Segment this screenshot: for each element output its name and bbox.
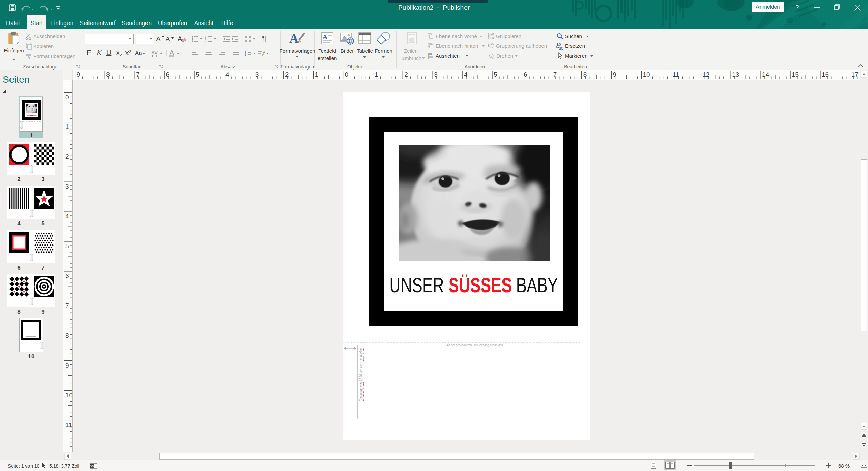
svg-text:6: 6 bbox=[166, 71, 170, 78]
svg-text:9: 9 bbox=[65, 362, 69, 369]
svg-text:2: 2 bbox=[285, 71, 289, 78]
svg-text:9: 9 bbox=[613, 71, 617, 78]
svg-text:AV: AV bbox=[151, 50, 158, 55]
svg-text:6: 6 bbox=[65, 272, 69, 279]
svg-text:1: 1 bbox=[374, 71, 378, 78]
svg-text:2: 2 bbox=[65, 153, 69, 160]
svg-text:9: 9 bbox=[76, 71, 80, 78]
svg-text:3: 3 bbox=[65, 183, 69, 190]
svg-text:5: 5 bbox=[494, 71, 497, 78]
svg-text:A: A bbox=[178, 35, 182, 42]
svg-text:5: 5 bbox=[65, 242, 69, 250]
svg-text:5: 5 bbox=[196, 71, 199, 78]
svg-text:8: 8 bbox=[583, 71, 587, 78]
svg-text:3: 3 bbox=[255, 71, 259, 78]
svg-text:11: 11 bbox=[672, 71, 679, 78]
svg-text:10: 10 bbox=[65, 392, 73, 399]
svg-text:0: 0 bbox=[345, 71, 349, 78]
svg-text:7: 7 bbox=[65, 302, 69, 309]
svg-text:7: 7 bbox=[553, 71, 557, 78]
svg-text:3: 3 bbox=[205, 40, 206, 42]
svg-text:4: 4 bbox=[464, 71, 468, 78]
svg-text:3: 3 bbox=[434, 71, 438, 78]
svg-text:4: 4 bbox=[65, 213, 69, 220]
svg-text:11: 11 bbox=[65, 421, 72, 428]
svg-text:1: 1 bbox=[315, 71, 319, 78]
svg-text:A: A bbox=[323, 34, 327, 40]
svg-text:A: A bbox=[289, 32, 299, 45]
svg-text:6: 6 bbox=[524, 71, 527, 78]
svg-text:7: 7 bbox=[136, 71, 140, 78]
svg-text:1: 1 bbox=[65, 123, 69, 130]
svg-text:2: 2 bbox=[404, 71, 408, 78]
svg-text:xy: xy bbox=[90, 464, 94, 468]
svg-text:0: 0 bbox=[65, 94, 69, 101]
svg-text:1: 1 bbox=[205, 36, 206, 38]
svg-text:8: 8 bbox=[106, 71, 110, 78]
svg-text:8: 8 bbox=[65, 332, 69, 339]
svg-text:2: 2 bbox=[205, 38, 206, 40]
svg-text:4: 4 bbox=[225, 71, 229, 78]
